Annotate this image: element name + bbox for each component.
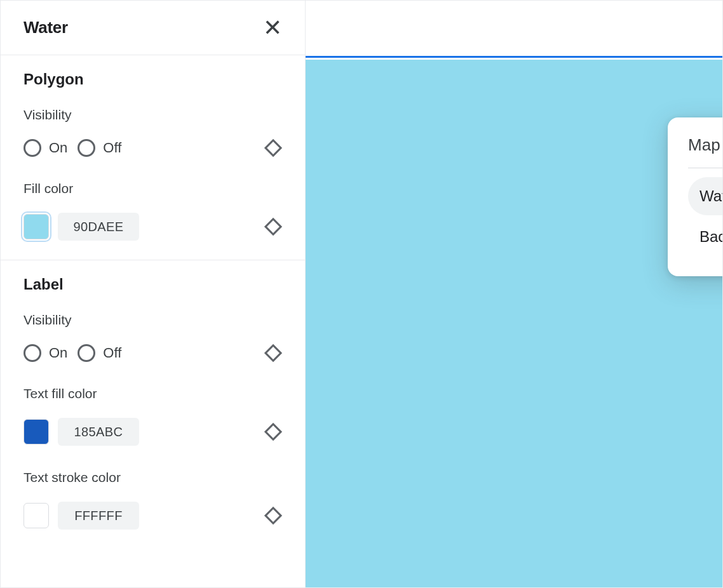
radio-icon xyxy=(78,344,95,362)
map-features-popover: Map features ✕ Water Background xyxy=(668,117,723,276)
label-visibility-label: Visibility xyxy=(24,312,282,328)
section-polygon: Polygon Visibility On Off Fill color xyxy=(1,55,305,260)
app-root: Water ✕ Polygon Visibility On Off xyxy=(1,1,722,587)
label-textfill-label: Text fill color xyxy=(24,386,282,401)
sidebar-header: Water ✕ xyxy=(1,1,305,55)
popover-header: Map features ✕ xyxy=(688,135,723,155)
polygon-visibility-radios: On Off xyxy=(24,139,121,157)
label-textfill-hex[interactable]: 185ABC xyxy=(58,418,139,446)
section-label: Label Visibility On Off Text fill color xyxy=(1,260,305,549)
override-diamond-icon[interactable] xyxy=(264,423,282,441)
polygon-fill-swatch[interactable] xyxy=(24,214,49,239)
polygon-visibility-label: Visibility xyxy=(24,107,282,123)
label-textstroke-swatch[interactable] xyxy=(24,503,49,528)
canvas-water-layer xyxy=(306,60,722,587)
label-visibility-on[interactable]: On xyxy=(24,344,67,362)
radio-off-label: Off xyxy=(103,140,121,156)
polygon-visibility-off[interactable]: Off xyxy=(78,139,121,157)
label-textfill-swatch[interactable] xyxy=(24,419,49,444)
sidebar-title: Water xyxy=(24,18,68,37)
section-label-title: Label xyxy=(24,276,282,293)
polygon-fill-label: Fill color xyxy=(24,181,282,196)
style-sidebar: Water ✕ Polygon Visibility On Off xyxy=(1,1,306,587)
radio-icon xyxy=(24,139,41,157)
radio-on-label: On xyxy=(49,345,67,361)
section-polygon-title: Polygon xyxy=(24,70,282,88)
polygon-visibility-on[interactable]: On xyxy=(24,139,67,157)
popover-item-water[interactable]: Water xyxy=(688,177,723,215)
radio-icon xyxy=(24,344,41,362)
popover-item-background[interactable]: Background xyxy=(688,218,723,256)
override-diamond-icon[interactable] xyxy=(264,139,282,157)
override-diamond-icon[interactable] xyxy=(264,218,282,236)
radio-on-label: On xyxy=(49,140,67,156)
radio-icon xyxy=(78,139,95,157)
popover-divider xyxy=(688,168,723,168)
map-canvas[interactable]: Map features ✕ Water Background xyxy=(306,1,722,587)
radio-off-label: Off xyxy=(103,345,121,361)
label-visibility-radios: On Off xyxy=(24,344,121,362)
label-visibility-off[interactable]: Off xyxy=(78,344,121,362)
polygon-fill-hex[interactable]: 90DAEE xyxy=(58,213,139,241)
canvas-top-blank xyxy=(306,1,722,58)
override-diamond-icon[interactable] xyxy=(264,507,282,525)
popover-title: Map features xyxy=(688,135,723,155)
close-icon[interactable]: ✕ xyxy=(263,17,282,39)
label-textstroke-label: Text stroke color xyxy=(24,470,282,485)
label-textstroke-hex[interactable]: FFFFFF xyxy=(58,502,139,530)
override-diamond-icon[interactable] xyxy=(264,344,282,362)
